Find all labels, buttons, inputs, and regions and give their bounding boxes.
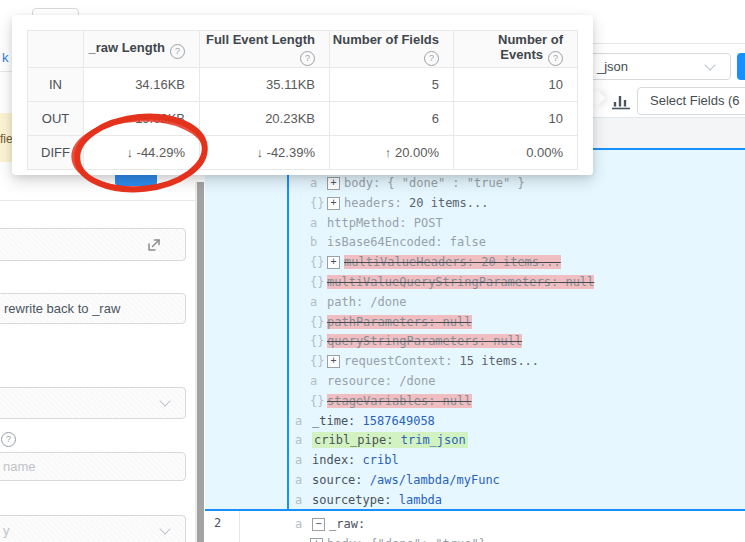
field-key-value: multiValueQueryStringParameters: null — [327, 275, 594, 289]
event-row-2[interactable]: 2 a−_raw:+body: {"done": "true"} — [205, 511, 745, 542]
field-key-value: isBase64Encoded: false — [327, 235, 486, 249]
field-key-value: path: /done — [327, 295, 406, 309]
stats-value-cell: 5 — [330, 68, 454, 102]
event-field-multiValueHeaders: {}+multiValueHeaders: 20 items... — [289, 253, 745, 273]
name-input[interactable]: name — [0, 452, 186, 481]
field-key-value: resource: /done — [327, 374, 435, 388]
help-icon[interactable]: ? — [548, 51, 563, 66]
selected-event-row[interactable]: a+body: { "done" : "true" }{}+headers: 2… — [205, 148, 745, 511]
event-field-body: +body: {"done": "true"} — [289, 534, 745, 542]
event-field-sourcetype: asourcetype: lambda — [289, 491, 745, 509]
bar-chart-icon[interactable] — [609, 90, 633, 113]
event-field-queryStringParameters: {}queryStringParameters: null — [289, 332, 745, 352]
help-icon[interactable]: ? — [300, 51, 315, 66]
field-key-value: body: {"done": "true"} — [327, 537, 486, 542]
toolbar-primary-button-partial[interactable] — [737, 53, 745, 80]
collapse-icon[interactable]: − — [312, 518, 325, 531]
string-type-icon: a — [295, 471, 312, 491]
event-field-isBase64Encoded: bisBase64Encoded: false — [289, 233, 745, 253]
stats-value-cell: 20.23KB — [200, 102, 330, 136]
event-field-resource: aresource: /done — [289, 372, 745, 392]
help-icon[interactable]: ? — [1, 432, 16, 447]
cribl-pipeline-preview-screen: k fie rewrite back to _raw ? name — [0, 0, 745, 542]
select-fields-dropdown[interactable]: Select Fields (6 — [637, 87, 745, 115]
stats-row-label: IN — [28, 68, 84, 102]
object-type-icon: {} — [310, 352, 327, 372]
column-divider — [239, 511, 240, 542]
expand-icon[interactable]: + — [327, 256, 340, 269]
string-type-icon: a — [310, 372, 327, 392]
stats-row-label: DIFF — [28, 136, 84, 170]
field-key-value: body: { "done" : "true" } — [344, 176, 525, 190]
expression-input[interactable] — [0, 228, 186, 261]
field-key-value: requestContext: 15 items... — [344, 354, 539, 368]
event-field-cribl_pipe: acribl_pipe: trim_json — [289, 431, 745, 451]
expand-icon[interactable]: + — [327, 177, 340, 190]
panel-scrollbar[interactable] — [195, 182, 204, 542]
stats-value-cell: ↓ -42.39% — [200, 136, 330, 170]
string-type-icon: a — [295, 491, 312, 509]
help-icon[interactable]: ? — [424, 51, 439, 66]
field-key-value: cribl_pipe: trim_json — [312, 432, 468, 448]
event-field-multiValueQueryStringParameters: {}multiValueQueryStringParameters: null — [289, 273, 745, 293]
stats-value-cell: 19.03KB — [84, 102, 200, 136]
chevron-down-icon — [159, 395, 170, 406]
string-type-icon: a — [295, 431, 312, 451]
field-key-value: _raw: — [329, 517, 365, 531]
stats-value-cell: 34.16KB — [84, 68, 200, 102]
expand-icon[interactable]: + — [327, 355, 340, 368]
event-field-source: asource: /aws/lambda/myFunc — [289, 471, 745, 491]
stats-value-cell: 6 — [330, 102, 454, 136]
event-field-_raw: a−_raw: — [289, 514, 745, 534]
warning-text: fie — [0, 132, 13, 146]
boolean-type-icon: b — [310, 233, 327, 253]
stats-value-cell: ↓ -44.29% — [84, 136, 200, 170]
left-select[interactable] — [0, 387, 186, 419]
stats-row-out: OUT19.03KB20.23KB610 — [28, 102, 578, 136]
string-type-icon: a — [295, 412, 312, 432]
name-placeholder: name — [3, 459, 36, 474]
chevron-down-icon — [704, 59, 715, 70]
event-field-pathParameters: {}pathParameters: null — [289, 313, 745, 333]
help-glyph: ? — [6, 434, 11, 444]
field-key-value: queryStringParameters: null — [327, 334, 522, 348]
object-type-icon: {} — [310, 332, 327, 352]
description-input[interactable]: rewrite back to _raw — [0, 293, 186, 324]
event-field-headers: {}+headers: 20 items... — [289, 194, 745, 214]
pipeline-select-value: _json — [597, 59, 628, 74]
object-type-icon: {} — [310, 273, 327, 293]
stats-value-cell: 35.11KB — [200, 68, 330, 102]
expand-icon[interactable]: + — [310, 538, 323, 542]
help-icon[interactable]: ? — [170, 44, 185, 59]
stats-value-cell: ↑ 20.00% — [330, 136, 454, 170]
divider — [0, 200, 195, 201]
stats-row-diff: DIFF↓ -44.29%↓ -42.39%↑ 20.00%0.00% — [28, 136, 578, 170]
event-field-requestContext: {}+requestContext: 15 items... — [289, 352, 745, 372]
object-type-icon: {} — [310, 194, 327, 214]
stats-table: _raw Length?Full Event Length?Number of … — [27, 30, 578, 170]
expand-icon[interactable]: + — [327, 197, 340, 210]
sample-stats-popover: _raw Length?Full Event Length?Number of … — [12, 15, 593, 175]
chevron-down-icon — [159, 523, 170, 534]
link-fragment[interactable]: k — [2, 50, 9, 65]
bottom-select[interactable]: y — [0, 515, 186, 542]
field-key-value: _time: 1587649058 — [312, 414, 435, 428]
field-key-value: index: cribl — [312, 453, 399, 467]
string-type-icon: a — [310, 214, 327, 234]
description-value: rewrite back to _raw — [4, 301, 120, 316]
field-key-value: httpMethod: POST — [327, 216, 443, 230]
event-field-stageVariables: {}stageVariables: null — [289, 392, 745, 412]
stats-row-in: IN34.16KB35.11KB510 — [28, 68, 578, 102]
field-key-value: stageVariables: null — [327, 394, 472, 408]
event-field-path: apath: /done — [289, 293, 745, 313]
event-2-json-tree: a−_raw:+body: {"done": "true"} — [289, 511, 745, 542]
string-type-icon: a — [310, 293, 327, 313]
event-field-httpMethod: ahttpMethod: POST — [289, 214, 745, 234]
object-type-icon: {} — [310, 392, 327, 412]
stats-value-cell: 0.00% — [454, 136, 578, 170]
scrollbar-thumb[interactable] — [197, 182, 204, 542]
stats-column-header: Full Event Length? — [200, 31, 330, 68]
expand-editor-icon[interactable] — [145, 236, 163, 257]
field-key-value: headers: 20 items... — [344, 196, 489, 210]
field-key-value: source: /aws/lambda/myFunc — [312, 473, 500, 487]
